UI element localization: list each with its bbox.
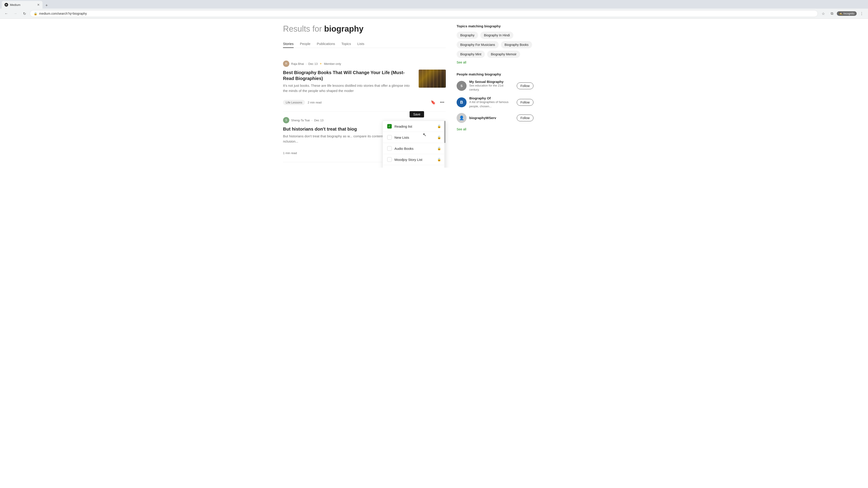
- read-time: 2 min read: [308, 101, 321, 104]
- topic-chips: Biography Biography In Hindi Biography F…: [457, 32, 533, 58]
- article-text: Best Biography Books That Will Change Yo…: [283, 70, 415, 96]
- nav-icons: ☆ ⧉ 🕵️ Incognito ⋮: [819, 10, 865, 17]
- incognito-badge: 🕵️ Incognito: [837, 11, 857, 16]
- save-tooltip: Save: [410, 111, 424, 118]
- address-bar[interactable]: 🔒 medium.com/search?q=biography: [30, 10, 818, 17]
- topic-chip-biography-for-musicians[interactable]: Biography For Musicians: [457, 41, 499, 48]
- list-item-label: Reading list: [395, 125, 412, 128]
- see-all-people-link[interactable]: See all: [457, 127, 533, 131]
- dropdown-menu: ✓ Reading list 🔒 New Lists 🔒 Audio Books…: [382, 121, 446, 168]
- dropdown-item-moodjoy[interactable]: Moodjoy Story List 🔒: [383, 154, 445, 165]
- menu-button[interactable]: ⋮: [858, 10, 865, 17]
- sidebar: Topics matching biography Biography Biog…: [457, 24, 533, 162]
- see-all-topics-link[interactable]: See all: [457, 61, 533, 64]
- person-info-1: My Sexual Biography Sex education for th…: [469, 80, 514, 92]
- tab-bar: M Medium ✕ +: [0, 0, 868, 8]
- follow-button-1[interactable]: Follow: [517, 83, 533, 89]
- dropdown-scrollbar[interactable]: [444, 121, 445, 168]
- person-row-2: B Biography Of A list of biographies of …: [457, 96, 533, 108]
- bookmark-button[interactable]: 🔖: [430, 99, 437, 106]
- follow-button-2[interactable]: Follow: [517, 99, 533, 106]
- bookmark-star-button[interactable]: ☆: [819, 10, 827, 17]
- tab-favicon: M: [4, 3, 8, 6]
- article-title[interactable]: Best Biography Books That Will Change Yo…: [283, 70, 415, 81]
- avatar-image-2: S: [283, 117, 289, 123]
- split-view-button[interactable]: ⧉: [828, 10, 835, 17]
- lock-icon: 🔒: [437, 125, 441, 128]
- person-row-3: 👤 biographyWServ Follow: [457, 113, 533, 123]
- lock-icon: 🔒: [437, 158, 441, 161]
- scrollbar-thumb: [444, 121, 445, 143]
- forward-button[interactable]: →: [12, 10, 19, 17]
- person-avatar-1: S: [457, 81, 467, 91]
- topic-chip-biography-books[interactable]: Biography Books: [501, 41, 532, 48]
- tab-publications[interactable]: Publications: [317, 40, 335, 48]
- dropdown-item-new-lists[interactable]: New Lists 🔒: [383, 132, 445, 143]
- tab-title: Medium: [10, 3, 20, 6]
- tab-topics[interactable]: Topics: [341, 40, 351, 48]
- person-bio-1: Sex education for the 21st century.: [469, 84, 514, 92]
- reload-button[interactable]: ↻: [21, 10, 28, 17]
- checkbox-empty: [387, 157, 392, 162]
- dropdown-item-audio-books[interactable]: Audio Books 🔒: [383, 143, 445, 154]
- checkbox-empty: [387, 146, 392, 151]
- people-section: People matching biography S My Sexual Bi…: [457, 72, 533, 131]
- list-item-label: Audio Books: [395, 147, 413, 151]
- author-name[interactable]: Raja Bhai: [291, 62, 304, 66]
- tab-close-button[interactable]: ✕: [37, 3, 40, 6]
- topic-chip-biography[interactable]: Biography: [457, 32, 478, 39]
- follow-button-3[interactable]: Follow: [517, 115, 533, 121]
- tab-lists[interactable]: Lists: [358, 40, 364, 48]
- topic-chip-biography-memoir[interactable]: Biography Memoir: [487, 51, 520, 58]
- topic-chip-biography-in-hindi[interactable]: Biography In Hindi: [480, 32, 513, 39]
- person-avatar-2: B: [457, 97, 467, 107]
- avatar-image: R: [283, 61, 289, 67]
- topics-section-title: Topics matching biography: [457, 24, 533, 28]
- article-excerpt: It's not just books. These are life less…: [283, 83, 415, 93]
- person-row-1: S My Sexual Biography Sex education for …: [457, 80, 533, 92]
- author-name-2[interactable]: Sheng-Ta Tsai: [291, 119, 310, 122]
- topic-chip-biography-mint[interactable]: Biography Mint: [457, 51, 485, 58]
- browser-chrome: M Medium ✕ + ← → ↻ 🔒 medium.com/search?q…: [0, 0, 868, 19]
- person-bio-2: A list of biographies of famous people, …: [469, 100, 514, 108]
- url-display: medium.com/search?q=biography: [39, 12, 87, 15]
- browser-tab-medium[interactable]: M Medium ✕: [2, 1, 42, 8]
- page-container: Results for biography Stories People Pub…: [276, 19, 592, 168]
- dropdown-item-collection-stories[interactable]: Collection Stories: [383, 165, 445, 168]
- list-item-label: New Lists: [395, 135, 409, 139]
- dropdown-item-reading-list[interactable]: ✓ Reading list 🔒: [383, 121, 445, 132]
- read-time-2: 1 min read: [283, 151, 297, 155]
- article-meta: R Raja Bhai · Dec 13 ✦ Member-only: [283, 61, 446, 67]
- article-date-2: Dec 13: [314, 119, 323, 122]
- article-date: Dec 13: [308, 62, 318, 66]
- person-name-3[interactable]: biographyWServ: [469, 116, 514, 120]
- article-actions: 🔖 •••: [430, 99, 446, 106]
- checkbox-checked: ✓: [387, 124, 392, 129]
- more-button[interactable]: •••: [438, 99, 446, 106]
- browser-nav: ← → ↻ 🔒 medium.com/search?q=biography ☆ …: [0, 8, 868, 19]
- article-card: R Raja Bhai · Dec 13 ✦ Member-only Best …: [283, 55, 446, 111]
- article-thumbnail: [418, 70, 446, 88]
- person-name-1[interactable]: My Sexual Biography: [469, 80, 514, 84]
- checkbox-empty: [387, 135, 392, 140]
- person-info-3: biographyWServ: [469, 116, 514, 120]
- new-tab-button[interactable]: +: [43, 2, 50, 8]
- article-tag[interactable]: Life Lessons: [283, 100, 305, 105]
- tab-people[interactable]: People: [300, 40, 311, 48]
- thumbnail-image: [418, 70, 446, 88]
- people-section-title: People matching biography: [457, 72, 533, 76]
- search-tabs: Stories People Publications Topics Lists: [283, 40, 446, 48]
- list-item-label: Moodjoy Story List: [395, 158, 422, 162]
- article-body: Best Biography Books That Will Change Yo…: [283, 70, 446, 96]
- member-only-label: Member-only: [324, 62, 341, 66]
- person-name-2[interactable]: Biography Of: [469, 96, 514, 100]
- results-header: Results for biography: [283, 24, 446, 34]
- tab-stories[interactable]: Stories: [283, 40, 293, 48]
- main-content: Results for biography Stories People Pub…: [283, 24, 446, 162]
- member-badge: ✦: [319, 62, 322, 66]
- person-avatar-3: 👤: [457, 113, 467, 123]
- lock-icon: 🔒: [437, 147, 441, 150]
- back-button[interactable]: ←: [3, 10, 10, 17]
- author-avatar-2: S: [283, 117, 289, 123]
- lock-icon: 🔒: [437, 135, 441, 139]
